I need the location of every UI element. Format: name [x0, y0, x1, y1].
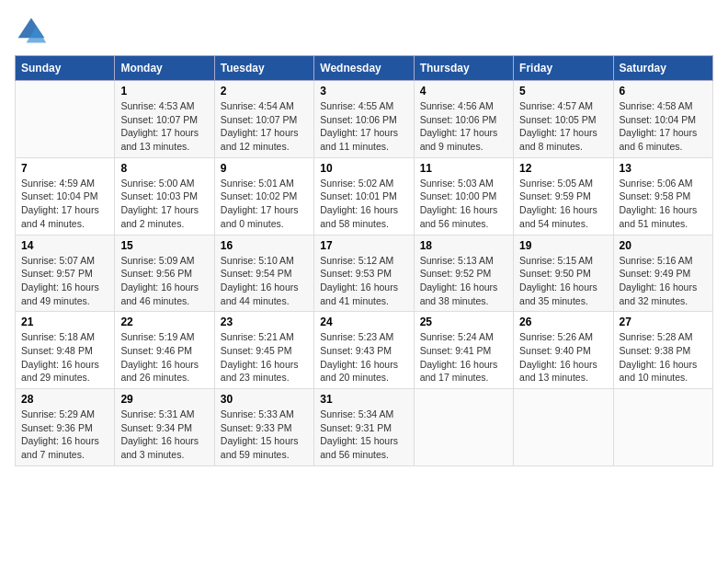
calendar-cell: 24Sunrise: 5:23 AM Sunset: 9:43 PM Dayli…	[314, 312, 414, 389]
calendar-cell: 13Sunrise: 5:06 AM Sunset: 9:58 PM Dayli…	[613, 157, 712, 235]
day-number: 10	[320, 162, 407, 175]
cell-content: Sunrise: 5:01 AM Sunset: 10:02 PM Daylig…	[221, 177, 308, 231]
day-number: 5	[519, 85, 607, 98]
calendar-cell: 22Sunrise: 5:19 AM Sunset: 9:46 PM Dayli…	[115, 312, 214, 389]
calendar-cell: 27Sunrise: 5:28 AM Sunset: 9:38 PM Dayli…	[613, 312, 712, 389]
cell-content: Sunrise: 5:24 AM Sunset: 9:41 PM Dayligh…	[420, 330, 507, 385]
day-number: 20	[620, 239, 707, 252]
calendar-cell: 3Sunrise: 4:55 AM Sunset: 10:06 PM Dayli…	[314, 81, 414, 158]
calendar-cell: 20Sunrise: 5:16 AM Sunset: 9:49 PM Dayli…	[613, 235, 712, 312]
header-row: SundayMondayTuesdayWednesdayThursdayFrid…	[16, 56, 713, 81]
day-number: 2	[221, 85, 308, 98]
day-number: 7	[21, 162, 108, 175]
column-header-monday: Monday	[115, 56, 214, 81]
day-number: 29	[120, 393, 208, 406]
cell-content: Sunrise: 5:02 AM Sunset: 10:01 PM Daylig…	[320, 177, 407, 231]
calendar-cell: 14Sunrise: 5:07 AM Sunset: 9:57 PM Dayli…	[16, 235, 115, 312]
day-number: 11	[420, 162, 507, 175]
cell-content: Sunrise: 4:56 AM Sunset: 10:06 PM Daylig…	[420, 99, 507, 154]
cell-content: Sunrise: 5:18 AM Sunset: 9:48 PM Dayligh…	[21, 330, 108, 385]
cell-content: Sunrise: 5:10 AM Sunset: 9:54 PM Dayligh…	[221, 254, 308, 308]
calendar-cell	[16, 81, 115, 158]
column-header-sunday: Sunday	[16, 56, 115, 81]
logo	[15, 15, 51, 48]
cell-content: Sunrise: 5:33 AM Sunset: 9:33 PM Dayligh…	[221, 408, 308, 462]
day-number: 1	[120, 85, 208, 98]
calendar-cell: 21Sunrise: 5:18 AM Sunset: 9:48 PM Dayli…	[16, 312, 115, 389]
cell-content: Sunrise: 5:21 AM Sunset: 9:45 PM Dayligh…	[221, 330, 308, 385]
calendar-cell: 30Sunrise: 5:33 AM Sunset: 9:33 PM Dayli…	[214, 389, 313, 466]
day-number: 14	[21, 239, 108, 252]
cell-content: Sunrise: 5:15 AM Sunset: 9:50 PM Dayligh…	[519, 254, 607, 308]
column-header-wednesday: Wednesday	[314, 56, 414, 81]
calendar-cell: 8Sunrise: 5:00 AM Sunset: 10:03 PM Dayli…	[115, 157, 214, 235]
cell-content: Sunrise: 5:12 AM Sunset: 9:53 PM Dayligh…	[320, 254, 407, 308]
day-number: 28	[21, 393, 108, 406]
day-number: 26	[519, 316, 607, 328]
cell-content: Sunrise: 5:34 AM Sunset: 9:31 PM Dayligh…	[320, 408, 407, 462]
day-number: 23	[221, 316, 308, 328]
day-number: 13	[620, 162, 707, 175]
calendar-cell: 19Sunrise: 5:15 AM Sunset: 9:50 PM Dayli…	[514, 235, 613, 312]
cell-content: Sunrise: 5:28 AM Sunset: 9:38 PM Dayligh…	[620, 330, 707, 385]
logo-icon	[15, 15, 48, 48]
calendar-cell: 18Sunrise: 5:13 AM Sunset: 9:52 PM Dayli…	[414, 235, 513, 312]
day-number: 31	[320, 393, 407, 406]
day-number: 17	[320, 239, 407, 252]
calendar-cell: 15Sunrise: 5:09 AM Sunset: 9:56 PM Dayli…	[115, 235, 214, 312]
calendar-table: SundayMondayTuesdayWednesdayThursdayFrid…	[15, 55, 713, 466]
cell-content: Sunrise: 4:54 AM Sunset: 10:07 PM Daylig…	[221, 99, 308, 154]
calendar-cell	[514, 389, 613, 466]
calendar-cell: 12Sunrise: 5:05 AM Sunset: 9:59 PM Dayli…	[514, 157, 613, 235]
calendar-cell: 6Sunrise: 4:58 AM Sunset: 10:04 PM Dayli…	[613, 81, 712, 158]
calendar-cell: 23Sunrise: 5:21 AM Sunset: 9:45 PM Dayli…	[214, 312, 313, 389]
calendar-cell: 7Sunrise: 4:59 AM Sunset: 10:04 PM Dayli…	[16, 157, 115, 235]
calendar-cell: 11Sunrise: 5:03 AM Sunset: 10:00 PM Dayl…	[414, 157, 513, 235]
calendar-cell: 9Sunrise: 5:01 AM Sunset: 10:02 PM Dayli…	[214, 157, 313, 235]
day-number: 19	[519, 239, 607, 252]
day-number: 24	[320, 316, 407, 328]
day-number: 18	[420, 239, 507, 252]
day-number: 21	[21, 316, 108, 328]
column-header-saturday: Saturday	[613, 56, 712, 81]
cell-content: Sunrise: 5:07 AM Sunset: 9:57 PM Dayligh…	[21, 254, 108, 308]
cell-content: Sunrise: 5:16 AM Sunset: 9:49 PM Dayligh…	[620, 254, 707, 308]
cell-content: Sunrise: 5:13 AM Sunset: 9:52 PM Dayligh…	[420, 254, 507, 308]
day-number: 12	[519, 162, 607, 175]
calendar-cell: 28Sunrise: 5:29 AM Sunset: 9:36 PM Dayli…	[16, 389, 115, 466]
cell-content: Sunrise: 5:06 AM Sunset: 9:58 PM Dayligh…	[620, 177, 707, 231]
column-header-thursday: Thursday	[414, 56, 513, 81]
calendar-cell: 4Sunrise: 4:56 AM Sunset: 10:06 PM Dayli…	[414, 81, 513, 158]
day-number: 8	[120, 162, 208, 175]
day-number: 16	[221, 239, 308, 252]
cell-content: Sunrise: 5:29 AM Sunset: 9:36 PM Dayligh…	[21, 408, 108, 462]
calendar-cell	[414, 389, 513, 466]
day-number: 27	[620, 316, 707, 328]
calendar-week-row: 7Sunrise: 4:59 AM Sunset: 10:04 PM Dayli…	[16, 157, 713, 235]
day-number: 25	[420, 316, 507, 328]
calendar-week-row: 1Sunrise: 4:53 AM Sunset: 10:07 PM Dayli…	[16, 81, 713, 158]
cell-content: Sunrise: 5:09 AM Sunset: 9:56 PM Dayligh…	[120, 254, 208, 308]
calendar-cell: 29Sunrise: 5:31 AM Sunset: 9:34 PM Dayli…	[115, 389, 214, 466]
cell-content: Sunrise: 5:05 AM Sunset: 9:59 PM Dayligh…	[519, 177, 607, 231]
cell-content: Sunrise: 5:19 AM Sunset: 9:46 PM Dayligh…	[120, 330, 208, 385]
day-number: 30	[221, 393, 308, 406]
day-number: 3	[320, 85, 407, 98]
cell-content: Sunrise: 4:53 AM Sunset: 10:07 PM Daylig…	[120, 99, 208, 154]
calendar-cell: 16Sunrise: 5:10 AM Sunset: 9:54 PM Dayli…	[214, 235, 313, 312]
calendar-cell: 5Sunrise: 4:57 AM Sunset: 10:05 PM Dayli…	[514, 81, 613, 158]
column-header-tuesday: Tuesday	[214, 56, 313, 81]
calendar-cell	[613, 389, 712, 466]
cell-content: Sunrise: 4:55 AM Sunset: 10:06 PM Daylig…	[320, 99, 407, 154]
cell-content: Sunrise: 4:57 AM Sunset: 10:05 PM Daylig…	[519, 99, 607, 154]
cell-content: Sunrise: 4:59 AM Sunset: 10:04 PM Daylig…	[21, 177, 108, 231]
calendar-cell: 25Sunrise: 5:24 AM Sunset: 9:41 PM Dayli…	[414, 312, 513, 389]
cell-content: Sunrise: 5:31 AM Sunset: 9:34 PM Dayligh…	[120, 408, 208, 462]
column-header-friday: Friday	[514, 56, 613, 81]
cell-content: Sunrise: 5:26 AM Sunset: 9:40 PM Dayligh…	[519, 330, 607, 385]
day-number: 22	[120, 316, 208, 328]
day-number: 9	[221, 162, 308, 175]
page-header	[15, 15, 713, 48]
cell-content: Sunrise: 5:00 AM Sunset: 10:03 PM Daylig…	[120, 177, 208, 231]
calendar-week-row: 14Sunrise: 5:07 AM Sunset: 9:57 PM Dayli…	[16, 235, 713, 312]
